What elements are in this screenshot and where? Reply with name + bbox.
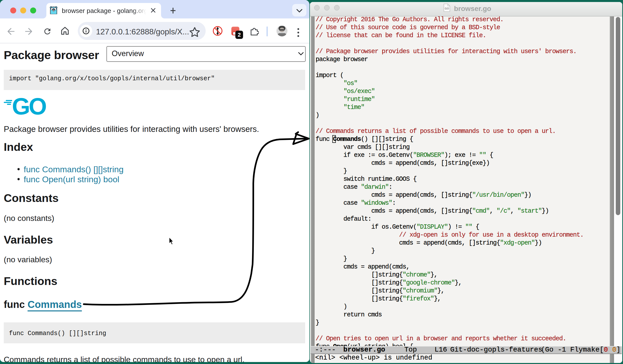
- svg-text:GO: GO: [12, 97, 46, 116]
- svg-text:GO: GO: [445, 7, 449, 10]
